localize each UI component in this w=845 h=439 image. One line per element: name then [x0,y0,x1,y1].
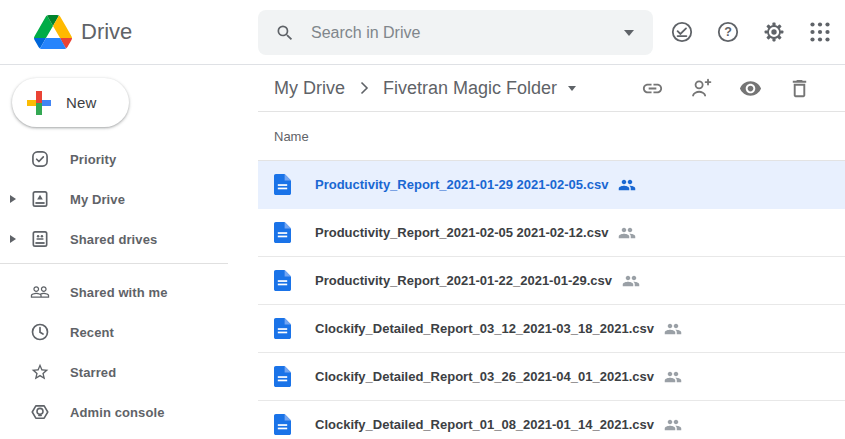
sidebar-item-label: Starred [70,365,116,380]
starred-icon [30,362,50,382]
shared-people-icon [664,320,682,338]
sidebar-item-label: My Drive [70,192,125,207]
breadcrumb-my-drive[interactable]: My Drive [274,78,345,99]
breadcrumb-current-folder[interactable]: Fivetran Magic Folder [383,78,557,99]
csv-file-icon [274,270,291,291]
file-name: Productivity_Report_2021-01-22_2021-01-2… [315,273,612,288]
sidebar-divider [0,263,228,264]
breadcrumb: My Drive Fivetran Magic Folder [274,78,576,99]
breadcrumb-bar: My Drive Fivetran Magic Folder [258,65,845,112]
csv-file-icon [274,414,291,435]
expand-arrow-icon[interactable] [10,195,16,203]
sidebar-item-label: Shared drives [70,232,157,247]
file-row[interactable]: Productivity_Report_2021-02-05 2021-02-1… [258,209,845,257]
sidebar-item-priority[interactable]: Priority [0,139,258,179]
sidebar-item-label: Priority [70,152,116,167]
file-row[interactable]: Productivity_Report_2021-01-22_2021-01-2… [258,257,845,305]
sidebar-item-my-drive[interactable]: My Drive [0,179,258,219]
expand-arrow-icon[interactable] [10,235,16,243]
search-options-caret-icon[interactable] [624,30,634,36]
file-toolbar [640,76,811,100]
sidebar-item-label: Recent [70,325,114,340]
sidebar-item-label: Shared with me [70,285,167,300]
apps-grid-icon[interactable] [808,20,832,44]
header-actions: ? [653,20,845,44]
help-icon[interactable]: ? [716,20,740,44]
shared-people-icon [622,272,640,290]
csv-file-icon [274,318,291,339]
csv-file-icon [274,174,291,195]
priority-icon [30,149,50,169]
csv-file-icon [274,222,291,243]
sidebar-item-shared-drives[interactable]: Shared drives [0,219,258,259]
chevron-right-icon [359,81,369,95]
file-name: Clockify_Detailed_Report_03_26_2021-04_0… [315,369,654,384]
sidebar-item-admin-console[interactable]: Admin console [0,392,258,432]
offline-status-icon[interactable] [670,20,694,44]
column-header-name[interactable]: Name [258,112,845,161]
folder-menu-caret-icon[interactable] [568,86,576,91]
top-bar: Drive ? [0,0,845,65]
new-button[interactable]: New [12,78,129,127]
shared-people-icon [618,224,636,242]
sidebar: New Priority [0,65,258,439]
svg-text:?: ? [724,25,732,39]
new-plus-icon [27,91,51,115]
shared-people-icon [618,176,636,194]
file-name: Clockify_Detailed_Report_03_12_2021-03_1… [315,321,654,336]
sidebar-item-starred[interactable]: Starred [0,352,258,392]
file-name: Productivity_Report_2021-02-05 2021-02-1… [315,225,608,240]
shared-people-icon [664,416,682,434]
content-area: My Drive Fivetran Magic Folder [258,65,845,439]
app-title: Drive [81,19,132,45]
column-header-label: Name [274,129,309,144]
get-link-icon[interactable] [640,76,664,100]
delete-icon[interactable] [787,76,811,100]
search-input[interactable] [311,24,624,42]
new-button-label: New [66,94,97,111]
shared-with-me-icon [30,282,50,302]
sidebar-item-shared-with-me[interactable]: Shared with me [0,272,258,312]
drive-logo[interactable]: Drive [0,15,258,49]
file-row[interactable]: Clockify_Detailed_Report_01_08_2021-01_1… [258,401,845,439]
file-name: Productivity_Report_2021-01-29 2021-02-0… [315,177,608,192]
drive-triangle-icon [34,15,72,49]
file-row[interactable]: Productivity_Report_2021-01-29 2021-02-0… [258,161,845,209]
recent-icon [30,322,50,342]
shared-people-icon [664,368,682,386]
settings-icon[interactable] [762,20,786,44]
my-drive-icon [30,189,50,209]
file-row[interactable]: Clockify_Detailed_Report_03_12_2021-03_1… [258,305,845,353]
file-row[interactable]: Clockify_Detailed_Report_03_26_2021-04_0… [258,353,845,401]
sidebar-item-label: Admin console [70,405,164,420]
preview-icon[interactable] [738,76,762,100]
sidebar-item-recent[interactable]: Recent [0,312,258,352]
search-bar[interactable] [258,10,653,55]
admin-console-icon [30,402,50,422]
search-icon [275,23,295,43]
file-name: Clockify_Detailed_Report_01_08_2021-01_1… [315,417,654,432]
add-people-icon[interactable] [689,76,713,100]
shared-drives-icon [30,229,50,249]
csv-file-icon [274,366,291,387]
